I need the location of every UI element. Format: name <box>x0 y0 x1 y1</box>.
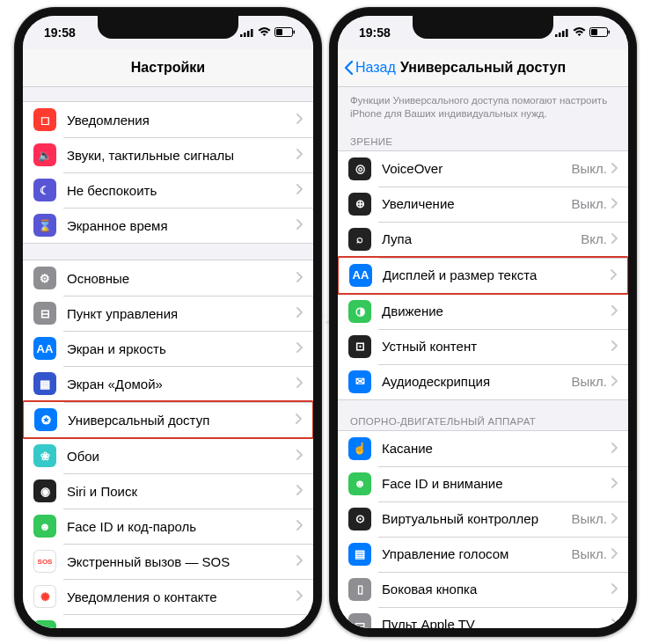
svg-rect-9 <box>562 31 565 37</box>
row-voiceover[interactable]: ◎VoiceOverВыкл. <box>338 151 628 187</box>
wallpaper-icon: ❀ <box>33 444 56 467</box>
row-label: Уведомления о контакте <box>67 589 296 604</box>
row-motion[interactable]: ◑Движение <box>338 294 628 329</box>
row-home[interactable]: ▦Экран «Домой» <box>23 366 313 401</box>
signal-icon <box>240 26 254 40</box>
row-touch[interactable]: ☝Касание <box>338 431 628 466</box>
sounds-icon: 🔈 <box>33 143 56 166</box>
chevron-right-icon <box>611 196 618 212</box>
svg-rect-0 <box>240 34 243 37</box>
row-label: Универсальный доступ <box>68 413 295 428</box>
home-icon: ▦ <box>33 372 56 395</box>
row-label: Не беспокоить <box>67 183 296 198</box>
row-battery[interactable]: ▮Аккумулятор <box>23 614 313 628</box>
chevron-right-icon <box>611 304 618 319</box>
battery-icon <box>589 26 611 40</box>
row-label: Касание <box>382 441 611 456</box>
row-label: Siri и Поиск <box>67 484 296 499</box>
chevron-right-icon <box>296 518 303 534</box>
row-label: Дисплей и размер текста <box>383 267 610 282</box>
notifications-icon: ◻ <box>33 108 56 131</box>
sos-icon: SOS <box>33 550 56 573</box>
row-audiodesc[interactable]: ✉АудиодескрипцияВыкл. <box>338 364 628 399</box>
faceid-icon: ☻ <box>33 515 56 538</box>
back-label: Назад <box>355 60 396 76</box>
row-dnd[interactable]: ☾Не беспокоить <box>23 172 313 208</box>
row-label: Пункт управления <box>67 306 296 321</box>
signal-icon <box>555 26 569 40</box>
svg-rect-3 <box>251 29 253 37</box>
row-sos[interactable]: SOSЭкстренный вызов — SOS <box>23 544 313 579</box>
status-time: 19:58 <box>44 26 76 40</box>
row-spoken[interactable]: ⊡Устный контент <box>338 329 628 364</box>
row-display-text[interactable]: AAДисплей и размер текста <box>338 256 628 295</box>
back-button[interactable]: Назад <box>343 60 396 76</box>
row-label: Экран и яркость <box>67 341 296 356</box>
status-time: 19:58 <box>359 26 391 40</box>
chevron-right-icon <box>296 483 303 499</box>
screentime-icon: ⌛ <box>33 214 56 237</box>
chevron-right-icon <box>610 267 617 283</box>
chevron-right-icon <box>296 624 303 628</box>
battery-icon: ▮ <box>33 620 56 628</box>
row-siri[interactable]: ◉Siri и Поиск <box>23 473 313 509</box>
section-header-motor: ОПОРНО-ДВИГАТЕЛЬНЫЙ АППАРАТ <box>338 416 628 430</box>
row-accessibility[interactable]: ✪Универсальный доступ <box>23 400 313 439</box>
svg-rect-5 <box>294 31 296 34</box>
exposure-icon: ✺ <box>33 585 56 608</box>
row-label: Экстренный вызов — SOS <box>67 554 296 569</box>
row-display[interactable]: AAЭкран и яркость <box>23 331 313 366</box>
row-sounds[interactable]: 🔈Звуки, тактильные сигналы <box>23 137 313 172</box>
battery-icon <box>274 26 296 40</box>
voice-control-icon: ▤ <box>348 543 371 566</box>
row-apple-tv[interactable]: ▭Пульт Apple TV <box>338 607 628 628</box>
row-label: Аккумулятор <box>67 625 296 629</box>
row-zoom[interactable]: ⊕УвеличениеВыкл. <box>338 187 628 222</box>
chevron-right-icon <box>296 112 303 128</box>
row-switch[interactable]: ⊙Виртуальный контроллерВыкл. <box>338 501 628 537</box>
row-magnifier[interactable]: ⌕ЛупаВкл. <box>338 222 628 257</box>
switch-icon: ⊙ <box>348 508 371 531</box>
page-title: Универсальный доступ <box>400 60 566 76</box>
row-value: Вкл. <box>581 231 607 246</box>
apple-tv-icon: ▭ <box>348 613 371 628</box>
row-exposure[interactable]: ✺Уведомления о контакте <box>23 579 313 614</box>
side-button-icon: ▯ <box>348 578 371 601</box>
row-faceid[interactable]: ☻Face ID и код-пароль <box>23 509 313 544</box>
row-screentime[interactable]: ⌛Экранное время <box>23 208 313 243</box>
row-label: Пульт Apple TV <box>382 617 611 628</box>
row-notifications[interactable]: ◻Уведомления <box>23 102 313 137</box>
row-value: Выкл. <box>572 511 607 526</box>
svg-rect-13 <box>591 29 597 35</box>
row-label: VoiceOver <box>382 161 572 176</box>
motion-icon: ◑ <box>348 300 371 323</box>
navbar: Настройки <box>23 49 313 87</box>
row-voice-control[interactable]: ▤Управление голосомВыкл. <box>338 537 628 572</box>
svg-rect-6 <box>276 29 282 35</box>
siri-icon: ◉ <box>33 479 56 502</box>
row-label: Экран «Домой» <box>67 377 296 392</box>
chevron-right-icon <box>296 589 303 604</box>
chevron-right-icon <box>296 340 303 356</box>
row-general[interactable]: ⚙Основные <box>23 260 313 296</box>
svg-rect-1 <box>244 33 246 37</box>
phone-right: 19:58 Назад Универсальный доступ Фун <box>329 7 637 637</box>
svg-rect-12 <box>609 31 611 34</box>
chevron-right-icon <box>611 582 618 597</box>
row-face-attn[interactable]: ☻Face ID и внимание <box>338 466 628 501</box>
page-hint: Функции Универсального доступа помогают … <box>338 87 628 124</box>
chevron-right-icon <box>296 376 303 392</box>
svg-rect-8 <box>559 33 561 37</box>
row-label: Face ID и код-пароль <box>67 519 296 534</box>
row-side-button[interactable]: ▯Боковая кнопка <box>338 572 628 607</box>
row-label: Звуки, тактильные сигналы <box>67 148 296 163</box>
notch <box>98 16 238 39</box>
voiceover-icon: ◎ <box>348 157 371 180</box>
row-label: Увеличение <box>382 196 572 211</box>
row-label: Лупа <box>382 231 581 246</box>
settings-group-2: ⚙Основные⊟Пункт управленияAAЭкран и ярко… <box>23 260 313 628</box>
row-wallpaper[interactable]: ❀Обои <box>23 438 313 473</box>
chevron-right-icon <box>611 511 618 527</box>
row-control-center[interactable]: ⊟Пункт управления <box>23 296 313 331</box>
chevron-right-icon <box>296 147 303 163</box>
